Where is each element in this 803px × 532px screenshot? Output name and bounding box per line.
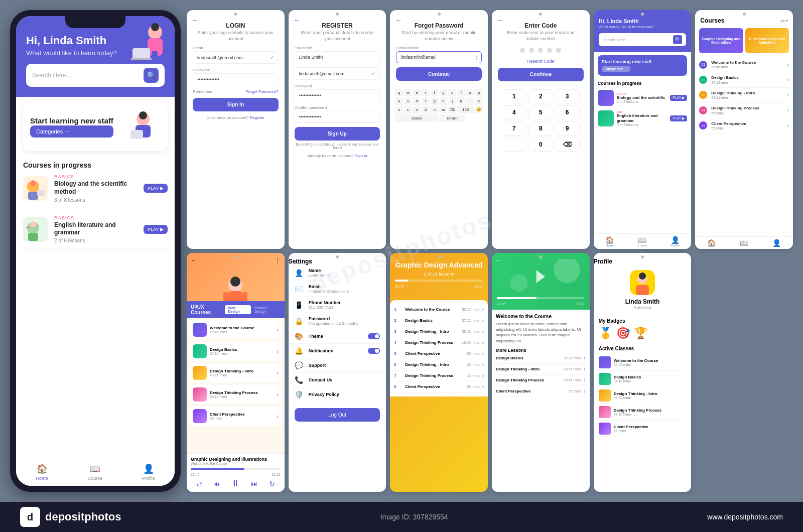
key-w[interactable]: w (404, 89, 412, 96)
key-space[interactable]: space (395, 114, 438, 122)
num-5[interactable]: 5 (528, 105, 553, 119)
green-arrow-3[interactable]: › (584, 377, 585, 383)
key-n[interactable]: n (431, 106, 439, 113)
key-f[interactable]: f (422, 97, 430, 105)
play-button-1[interactable]: PLAY ▶ (144, 184, 168, 193)
key-o[interactable]: o (466, 89, 474, 96)
num-2[interactable]: 2 (528, 89, 553, 103)
shuffle-btn[interactable]: ⇄ (196, 480, 202, 488)
num-0[interactable]: 0 (528, 138, 553, 152)
register-link[interactable]: Don't have an account? Register (193, 115, 279, 120)
num-6[interactable]: 6 (555, 105, 580, 119)
confirm-input[interactable]: •••••••••••••• (295, 111, 380, 123)
green-arrow-1[interactable]: › (584, 355, 585, 361)
back-arrow-code[interactable]: ← (497, 16, 504, 24)
uiux-arrow-4[interactable]: › (277, 392, 278, 397)
graphic-arrow-1[interactable]: › (482, 307, 484, 312)
courses-nav-course[interactable]: 📖 (740, 239, 748, 247)
signin-link[interactable]: Already have an account? Sign In (295, 154, 380, 158)
course-arrow-5[interactable]: › (787, 123, 789, 128)
key-l[interactable]: l (466, 97, 474, 105)
play-button-2[interactable]: PLAY ▶ (144, 225, 168, 234)
key-z[interactable]: z (475, 97, 483, 105)
uiux-menu[interactable]: ⋮ (275, 257, 281, 264)
num-7[interactable]: 7 (502, 121, 526, 136)
key-v[interactable]: v (413, 106, 421, 113)
uiux-tab-product[interactable]: Product Design (253, 305, 281, 314)
key-q[interactable]: q (395, 89, 403, 96)
fullname-input[interactable]: Linda Smith (295, 51, 380, 63)
num-8[interactable]: 8 (528, 121, 553, 136)
key-j[interactable]: j (448, 97, 456, 105)
email-input[interactable]: lindasmith@email.com ✓ (193, 51, 279, 64)
mini-play-1[interactable]: PLAY ▶ (670, 95, 687, 101)
nav-home[interactable]: 🏠 Home (36, 463, 48, 481)
key-x[interactable]: x (395, 106, 403, 113)
notification-toggle[interactable] (368, 348, 380, 354)
key-u[interactable]: u (448, 89, 456, 96)
key-h[interactable]: h (440, 97, 448, 105)
key-t[interactable]: t (431, 89, 439, 96)
profile-back[interactable]: ← (599, 259, 606, 267)
theme-toggle[interactable] (368, 333, 380, 339)
graphic-arrow-8[interactable]: › (482, 384, 484, 389)
key-123[interactable]: 123 (457, 106, 474, 113)
continue-button-code[interactable]: Continue (498, 68, 584, 81)
courses-filter[interactable]: All ▾ (780, 19, 788, 23)
key-i[interactable]: i (457, 89, 465, 96)
num-3[interactable]: 3 (555, 89, 580, 103)
graphic-arrow-6[interactable]: › (482, 362, 484, 367)
key-emoji[interactable]: 😊 (475, 106, 483, 113)
fp-email-input[interactable]: lindasmith@email | (396, 51, 482, 63)
uiux-tab-web[interactable]: Web Design (225, 305, 250, 314)
courses-nav-profile[interactable]: 👤 (772, 239, 781, 247)
forgot-password-link[interactable]: Forgot Password? (246, 89, 279, 94)
categories-button[interactable]: Categories → (30, 125, 113, 138)
sign-up-button[interactable]: Sign Up (295, 127, 380, 141)
graphic-arrow-5[interactable]: › (482, 351, 484, 356)
back-arrow-forgot[interactable]: ← (395, 16, 402, 24)
key-p[interactable]: p (475, 89, 483, 96)
graphic-arrow-3[interactable]: › (482, 329, 484, 334)
graphic-arrow-7[interactable]: › (482, 373, 484, 378)
green-back[interactable]: ← (496, 257, 502, 264)
key-r[interactable]: r (422, 89, 430, 96)
uiux-arrow-3[interactable]: › (277, 370, 278, 376)
key-b[interactable]: b (422, 106, 430, 113)
continue-button-fp[interactable]: Continue (396, 67, 482, 81)
next-btn[interactable]: ⏭ (251, 480, 258, 488)
reg-email-input[interactable]: lindasmith@email.com ✓ (295, 67, 380, 80)
pause-btn[interactable]: ⏸ (231, 478, 240, 489)
home2-nav-home[interactable]: 🏠 Home (605, 236, 614, 247)
course-arrow-1[interactable]: › (787, 62, 789, 67)
logout-button[interactable]: Log Out (295, 408, 380, 422)
key-d[interactable]: d (413, 97, 421, 105)
settings-back[interactable]: ← (294, 259, 301, 267)
key-a[interactable]: a (395, 97, 403, 105)
home2-search-icon[interactable]: 🔍 (673, 35, 682, 44)
key-del[interactable]: ⌫ (448, 106, 456, 113)
key-e[interactable]: e (413, 89, 421, 96)
key-g[interactable]: g (431, 97, 439, 105)
course-arrow-4[interactable]: › (787, 107, 789, 113)
nav-profile[interactable]: 👤 Profile (142, 463, 155, 481)
prev-btn[interactable]: ⏮ (213, 480, 220, 488)
key-s[interactable]: s (404, 97, 412, 105)
graphic-arrow-4[interactable]: › (482, 340, 484, 345)
green-arrow-2[interactable]: › (584, 366, 585, 372)
graphic-back[interactable]: ← (394, 257, 400, 264)
home2-nav-course[interactable]: 📖 Course (637, 236, 647, 247)
reg-password-input[interactable]: •••••••••••••• (295, 89, 380, 101)
uiux-arrow-2[interactable]: › (277, 349, 278, 354)
graphic-arrow-2[interactable]: › (482, 318, 484, 323)
password-input[interactable]: •••••••••••••• (193, 73, 279, 85)
home2-cat-btn[interactable]: Categories → (602, 66, 630, 72)
course-arrow-2[interactable]: › (787, 77, 789, 83)
sign-in-button[interactable]: Sign In (193, 98, 279, 111)
green-arrow-4[interactable]: › (584, 388, 585, 394)
num-del[interactable]: ⌫ (555, 138, 580, 152)
num-9[interactable]: 9 (555, 121, 580, 136)
uiux-arrow-1[interactable]: › (277, 327, 278, 333)
mini-play-2[interactable]: PLAY ▶ (670, 115, 687, 121)
courses-nav-home[interactable]: 🏠 (707, 239, 716, 247)
